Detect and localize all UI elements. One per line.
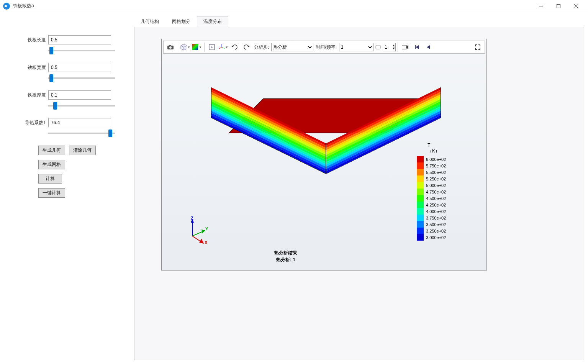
tab-bar: 几何结构 网格划分 温度分布 (130, 16, 584, 27)
conductivity-slider[interactable] (48, 133, 115, 134)
legend-row: 5.250e+02 (417, 175, 478, 182)
legend-swatch (417, 189, 424, 195)
legend-label: 5.000e+02 (426, 183, 446, 188)
one-click-compute-button[interactable]: 一键计算 (38, 188, 65, 198)
result-subtitle: 热分析: 1 (162, 256, 410, 263)
time-freq-label: 时间/频率: (316, 44, 337, 51)
thickness-label: 铁板厚度 (23, 92, 46, 98)
svg-marker-25 (427, 45, 430, 49)
length-slider[interactable] (48, 50, 115, 51)
svg-marker-29 (201, 230, 205, 233)
tab-panel: ▼ ▼ ▼ (134, 27, 584, 360)
legend-swatch (417, 182, 424, 189)
width-input[interactable] (48, 63, 111, 72)
clear-geometry-button[interactable]: 清除几何 (69, 146, 96, 155)
legend-label: 3.500e+02 (426, 222, 446, 227)
legend-label: 3.750e+02 (426, 216, 446, 220)
skip-start-icon[interactable] (411, 42, 422, 52)
maximize-button[interactable] (550, 0, 567, 12)
legend-swatch (417, 156, 424, 162)
conductivity-input[interactable] (48, 118, 111, 127)
result-title: 热分析结果 (162, 249, 410, 256)
loop-icon[interactable] (374, 42, 382, 52)
svg-point-5 (169, 46, 172, 49)
legend-swatch (417, 234, 424, 241)
legend-label: 4.250e+02 (426, 203, 446, 207)
svg-rect-20 (376, 45, 380, 49)
length-label: 铁板长度 (23, 37, 46, 43)
svg-rect-6 (169, 45, 171, 46)
result-caption: 热分析结果 热分析: 1 (162, 249, 410, 263)
legend-row: 4.750e+02 (417, 189, 478, 195)
svg-line-17 (219, 47, 222, 49)
compute-button[interactable]: 计算 (38, 174, 62, 184)
play-reverse-icon[interactable] (423, 42, 434, 52)
axis-orientation-icon[interactable]: ▼ (218, 42, 229, 52)
legend-swatch (417, 175, 424, 182)
legend-row: 5.500e+02 (417, 169, 478, 175)
fullscreen-icon[interactable] (472, 42, 483, 52)
axis-y-label: Y (205, 226, 208, 231)
svg-rect-1 (557, 4, 560, 8)
legend-label: 4.750e+02 (426, 190, 446, 194)
tab-temperature[interactable]: 温度分布 (197, 16, 228, 27)
svg-rect-24 (415, 45, 416, 49)
svg-marker-19 (247, 46, 250, 47)
legend-swatch (417, 169, 424, 175)
legend-label: 4.000e+02 (426, 209, 446, 214)
view-cube-icon[interactable]: ▼ (180, 42, 191, 52)
parameter-panel: 铁板长度 铁板宽度 铁板厚度 导热系数1 生成几何 清除几何 生成网格 计算 (0, 16, 130, 360)
app-icon (3, 3, 10, 10)
length-input[interactable] (48, 35, 111, 44)
axis-x-label: X (205, 240, 207, 245)
legend-swatch (417, 195, 424, 202)
generate-mesh-button[interactable]: 生成网格 (38, 160, 65, 169)
legend-swatch (417, 228, 424, 234)
viewer-3d[interactable]: ▼ ▼ ▼ (161, 39, 487, 271)
title-bar: 铁板散热a (0, 0, 588, 12)
svg-marker-22 (406, 45, 408, 49)
color-legend: T （K） 6.000e+025.750e+025.500e+025.250e+… (417, 143, 478, 241)
tab-geometry[interactable]: 几何结构 (134, 16, 165, 27)
frame-spinner-value: 1 (385, 44, 387, 50)
analysis-step-select[interactable]: 热分析 (271, 43, 313, 51)
frame-spinner[interactable]: 1 ▲▼ (383, 43, 396, 51)
legend-row: 3.500e+02 (417, 221, 478, 228)
svg-rect-21 (402, 45, 406, 49)
rotate-cw-icon[interactable] (229, 42, 240, 52)
generate-geometry-button[interactable]: 生成几何 (38, 146, 65, 155)
legend-row: 3.250e+02 (417, 228, 478, 234)
legend-swatch (417, 162, 424, 169)
legend-label: 5.250e+02 (426, 177, 446, 181)
result-slab (223, 81, 422, 204)
thickness-slider[interactable] (48, 105, 115, 107)
svg-line-16 (222, 47, 224, 49)
legend-row: 6.000e+02 (417, 156, 478, 162)
fit-view-icon[interactable] (206, 42, 217, 52)
legend-label: 4.500e+02 (426, 196, 446, 201)
snapshot-icon[interactable] (165, 42, 176, 52)
svg-marker-18 (231, 46, 234, 47)
svg-rect-11 (192, 44, 198, 50)
legend-label: 3.000e+02 (426, 235, 446, 240)
conductivity-label: 导热系数1 (23, 120, 46, 126)
close-button[interactable] (567, 0, 585, 12)
colormap-icon[interactable]: ▼ (192, 42, 202, 52)
minimize-button[interactable] (532, 0, 550, 12)
viewer-toolbar: ▼ ▼ ▼ (163, 41, 485, 54)
legend-row: 4.000e+02 (417, 208, 478, 215)
time-freq-select[interactable]: 1 (339, 43, 373, 51)
legend-label: 3.250e+02 (426, 229, 446, 233)
rotate-ccw-icon[interactable] (241, 42, 252, 52)
window-title: 铁板散热a (13, 3, 532, 9)
legend-row: 3.750e+02 (417, 215, 478, 221)
legend-swatch (417, 208, 424, 215)
legend-label: 6.000e+02 (426, 157, 446, 162)
record-icon[interactable] (400, 42, 411, 52)
thickness-input[interactable] (48, 90, 111, 100)
legend-swatch (417, 221, 424, 228)
width-slider[interactable] (48, 77, 115, 79)
tab-mesh[interactable]: 网格划分 (165, 16, 197, 27)
legend-swatch (417, 202, 424, 208)
legend-swatch (417, 215, 424, 221)
